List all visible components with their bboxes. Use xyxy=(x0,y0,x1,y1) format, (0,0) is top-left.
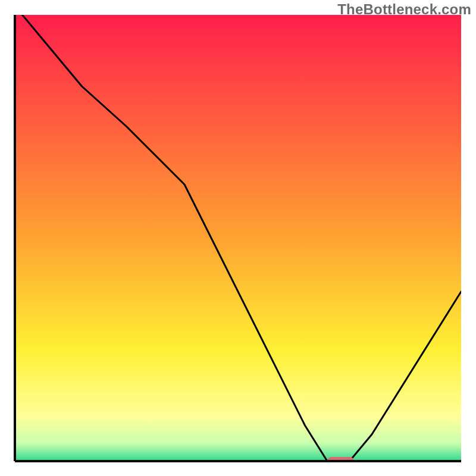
bottleneck-chart: TheBottleneck.com xyxy=(0,0,476,476)
chart-svg xyxy=(0,0,476,476)
plot-background xyxy=(15,15,461,461)
watermark-text: TheBottleneck.com xyxy=(337,1,471,18)
